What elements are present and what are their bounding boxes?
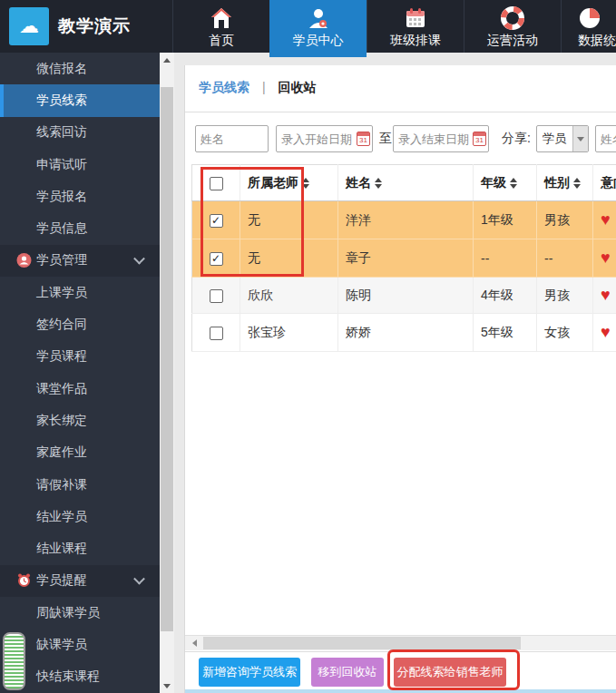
cell-teacher: 欣欣 [240, 278, 338, 314]
sidebar-item-graduated-students[interactable]: 结业学员 [0, 501, 160, 532]
calendar-day-number: 31 [357, 135, 369, 145]
cell-gender: -- [537, 239, 593, 278]
row-checkbox[interactable] [210, 327, 223, 340]
sidebar-item-label: 微信报名 [36, 61, 87, 77]
end-date-field[interactable]: 31 [393, 125, 489, 152]
sidebar-item-label: 家长绑定 [36, 413, 87, 429]
chevron-down-icon [572, 126, 588, 151]
row-checkbox[interactable]: ✓ [210, 252, 223, 266]
column-header-name[interactable]: 姓名 [338, 165, 474, 201]
sidebar-item-student-info[interactable]: 学员信息 [0, 212, 160, 244]
student-center-icon [307, 5, 330, 31]
sidebar-item-contracts[interactable]: 签约合同 [0, 308, 160, 340]
sidebar-item-finished-courses[interactable]: 结业课程 [0, 532, 160, 564]
share-select-value: 学员 [537, 131, 572, 147]
sidebar-item-wechat-signup[interactable]: 微信报名 [0, 53, 160, 84]
sidebar-group-student-reminders[interactable]: 学员提醒 [0, 565, 160, 597]
nav-item-home[interactable]: 首页 [172, 0, 269, 53]
share-select[interactable]: 学员 [536, 125, 589, 152]
add-lead-button[interactable]: 新增咨询学员线索 [199, 658, 300, 687]
column-header-grade[interactable]: 年级 [474, 165, 537, 201]
tab-student-leads[interactable]: 学员线索 [199, 80, 249, 96]
table-row[interactable]: 张宝珍 娇娇 5年级 女孩 ♥ [192, 314, 616, 352]
move-to-recycle-button[interactable]: 移到回收站 [311, 658, 384, 687]
tab-recycle-bin[interactable]: 回收站 [278, 80, 316, 96]
main-nav: 首页 学员中心 班级排课 运营活动 [172, 0, 616, 53]
assign-leads-button[interactable]: 分配线索给销售老师 [394, 658, 506, 687]
sidebar-item-leave-makeup[interactable]: 请假补课 [0, 469, 160, 501]
select-all-checkbox[interactable] [210, 177, 223, 190]
row-checkbox[interactable] [210, 289, 223, 303]
calendar-picker-icon[interactable]: 31 [473, 132, 486, 146]
sidebar-group-label: 学员管理 [36, 252, 87, 268]
cell-teacher: 无 [240, 201, 338, 239]
cell-name: 娇娇 [338, 314, 474, 352]
heart-icon: ♥ [601, 323, 611, 341]
content-tabs: 学员线索 | 回收站 [199, 80, 316, 96]
scroll-down-icon[interactable] [160, 678, 174, 693]
user-badge-icon [16, 253, 32, 268]
divider [185, 112, 616, 112]
sort-icon[interactable] [573, 178, 581, 189]
sidebar-item-label: 线索回访 [36, 124, 87, 141]
heart-icon: ♥ [601, 210, 611, 229]
calendar-day-number: 31 [474, 135, 485, 145]
table-row[interactable]: ✓ 无 章子 -- -- ♥ [192, 239, 616, 278]
table-row[interactable]: 欣欣 陈明 4年级 男孩 ♥ [192, 278, 616, 314]
chevron-down-icon [133, 253, 145, 265]
column-header-intention[interactable]: 意向 [593, 165, 616, 201]
floating-side-widget[interactable] [3, 632, 25, 690]
sidebar-item-weekly-absent[interactable]: 周缺课学员 [0, 597, 160, 629]
nav-item-data-stats[interactable]: 数据统计 [561, 0, 616, 53]
sidebar-item-lead-followup[interactable]: 线索回访 [0, 117, 160, 149]
sidebar-item-student-courses[interactable]: 学员课程 [0, 341, 160, 373]
name-filter-input[interactable] [195, 125, 269, 152]
table-row[interactable]: ✓ 无 洋洋 1年级 男孩 ♥ [192, 201, 616, 239]
sidebar-item-class-works[interactable]: 课堂作品 [0, 373, 160, 405]
sidebar-group-student-management[interactable]: 学员管理 [0, 245, 160, 277]
calendar-picker-icon[interactable]: 31 [357, 132, 370, 146]
sort-icon[interactable] [302, 178, 309, 189]
name2-filter-input[interactable] [595, 125, 616, 152]
column-header-teacher[interactable]: 所属老师 [240, 165, 338, 201]
sidebar-item-student-signup[interactable]: 学员报名 [0, 181, 160, 212]
sidebar-item-student-leads[interactable]: 学员线索 [0, 84, 160, 116]
sidebar-item-parent-binding[interactable]: 家长绑定 [0, 405, 160, 436]
app-logo: ☁ [9, 7, 49, 45]
nav-label: 运营活动 [487, 33, 538, 49]
sidebar-item-homework[interactable]: 家庭作业 [0, 437, 160, 469]
start-date-field[interactable]: 31 [276, 125, 373, 152]
filter-bar: 31 至 31 分享: 学员 [185, 125, 616, 154]
horizontal-scrollbar[interactable] [185, 635, 616, 650]
scrollbar-thumb[interactable] [161, 87, 173, 631]
heart-icon: ♥ [601, 249, 611, 267]
sidebar-item-label: 周缺课学员 [36, 605, 100, 621]
scroll-left-icon[interactable] [187, 636, 201, 650]
scroll-up-icon[interactable] [160, 53, 174, 67]
sort-icon[interactable] [375, 178, 382, 189]
nav-item-student-center[interactable]: 学员中心 [269, 0, 367, 57]
sidebar-item-trial-request[interactable]: 申请试听 [0, 149, 160, 181]
column-label: 年级 [481, 175, 506, 190]
nav-item-operations[interactable]: 运营活动 [464, 0, 561, 53]
cloud-logo-icon: ☁ [19, 15, 39, 38]
sidebar-item-label: 申请试听 [36, 157, 87, 173]
sidebar-group-label: 学员提醒 [36, 572, 87, 589]
sidebar-item-label: 家庭作业 [36, 444, 87, 461]
cell-grade: 5年级 [474, 314, 537, 352]
nav-item-class-schedule[interactable]: 班级排课 [367, 0, 464, 53]
sidebar-item-label: 学员线索 [36, 93, 87, 109]
row-checkbox[interactable]: ✓ [210, 214, 223, 228]
cell-name: 洋洋 [338, 201, 474, 239]
sidebar-item-attending-students[interactable]: 上课学员 [0, 277, 160, 308]
scrollbar-thumb[interactable] [203, 637, 521, 649]
sidebar-scrollbar[interactable] [160, 53, 174, 693]
column-header-gender[interactable]: 性别 [537, 165, 593, 201]
sort-icon[interactable] [510, 178, 517, 189]
sidebar-item-label: 学员信息 [36, 220, 87, 237]
nav-label: 数据统计 [578, 33, 616, 49]
sidebar-item-label: 缺课学员 [36, 637, 87, 653]
cell-gender: 女孩 [537, 314, 593, 352]
sidebar-item-label: 课堂作品 [36, 381, 87, 397]
sidebar-item-label: 上课学员 [36, 285, 87, 301]
